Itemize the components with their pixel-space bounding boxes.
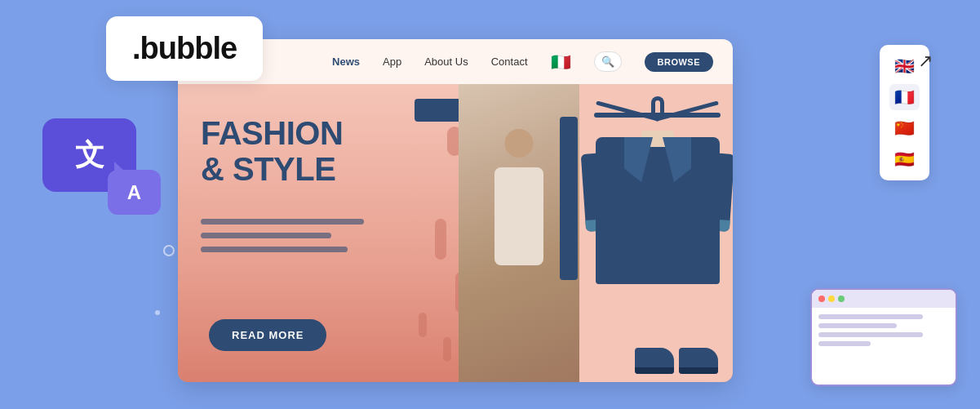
logo-dot: . xyxy=(132,31,140,65)
hanger-area xyxy=(586,96,729,243)
clothing-display xyxy=(579,84,733,382)
hero-pill-6 xyxy=(443,337,451,362)
translate-icon-widget: 文 A xyxy=(42,118,136,192)
subtitle-line-3 xyxy=(201,247,348,252)
flag-zh: 🇨🇳 xyxy=(894,118,915,138)
subtitle-line-1 xyxy=(201,219,364,225)
browser-content xyxy=(812,308,956,357)
jacket xyxy=(596,137,720,284)
lang-item-zh[interactable]: 🇨🇳 xyxy=(889,115,920,141)
browser-dot-red xyxy=(818,296,825,302)
bubble-logo: .bubble xyxy=(132,31,237,65)
browser-topbar xyxy=(812,290,956,308)
subtitle-lines xyxy=(201,219,364,260)
vertical-bar xyxy=(560,117,578,280)
translate-a-char: A xyxy=(127,181,141,204)
website-mockup: News App About Us Contact 🇮🇹 🔍 BROWSE FA… xyxy=(178,39,733,382)
language-panel: 🇬🇧 🇫🇷 🇨🇳 🇪🇸 xyxy=(880,45,929,180)
browser-line-3 xyxy=(818,332,923,337)
nav-link-app[interactable]: App xyxy=(383,56,401,68)
flag-es: 🇪🇸 xyxy=(894,149,915,169)
nav-link-news[interactable]: News xyxy=(332,56,360,68)
browser-window xyxy=(810,288,957,386)
lang-item-es[interactable]: 🇪🇸 xyxy=(889,146,920,172)
flag-italy[interactable]: 🇮🇹 xyxy=(551,52,571,72)
browser-mockup xyxy=(810,288,957,386)
translate-bubble: 文 A xyxy=(42,118,136,192)
hero-pill-5 xyxy=(419,313,427,337)
hero-title: FASHION & STYLE xyxy=(201,115,343,187)
bg-dot-6 xyxy=(163,245,175,256)
browser-line-2 xyxy=(818,323,897,328)
translate-a-bubble: A xyxy=(108,170,161,215)
flag-fr: 🇫🇷 xyxy=(894,87,915,107)
nav-link-contact[interactable]: Contact xyxy=(491,56,528,68)
hanger-arm-left xyxy=(596,100,660,122)
bubble-logo-card: .bubble xyxy=(106,16,263,81)
hanger-hook xyxy=(651,96,664,114)
read-more-button[interactable]: READ MORE xyxy=(209,319,326,351)
jacket-body xyxy=(596,137,720,284)
subtitle-line-2 xyxy=(201,233,331,238)
shoe-right xyxy=(679,348,718,374)
lang-item-en[interactable]: 🇬🇧 xyxy=(889,53,920,79)
bg-dot-3 xyxy=(155,310,160,315)
search-icon: 🔍 xyxy=(601,56,614,68)
hero-title-line2: & STYLE xyxy=(201,151,343,187)
search-bar[interactable]: 🔍 xyxy=(594,51,622,72)
flag-en: 🇬🇧 xyxy=(894,56,915,76)
logo-text: bubble xyxy=(140,31,237,65)
browser-line-4 xyxy=(818,341,871,346)
hero-pill-3 xyxy=(435,219,446,260)
jacket-lapel-left xyxy=(624,137,653,182)
browser-dot-green xyxy=(838,296,845,302)
browser-line-1 xyxy=(818,314,923,319)
shoe-left xyxy=(635,348,674,374)
nav-link-aboutus[interactable]: About Us xyxy=(424,56,468,68)
browser-dot-yellow xyxy=(828,296,835,302)
nav-links: News App About Us Contact 🇮🇹 🔍 BROWSE xyxy=(332,51,713,72)
browse-button[interactable]: BROWSE xyxy=(645,52,714,72)
shoes-area xyxy=(635,348,718,374)
hero-title-line1: FASHION xyxy=(201,115,343,151)
jacket-lapel-right xyxy=(663,137,691,182)
hanger-arm-right xyxy=(654,100,719,122)
translate-zh-char: 文 xyxy=(75,136,104,176)
lang-item-fr[interactable]: 🇫🇷 xyxy=(889,84,920,110)
hero-section: FASHION & STYLE READ MORE xyxy=(178,84,733,382)
